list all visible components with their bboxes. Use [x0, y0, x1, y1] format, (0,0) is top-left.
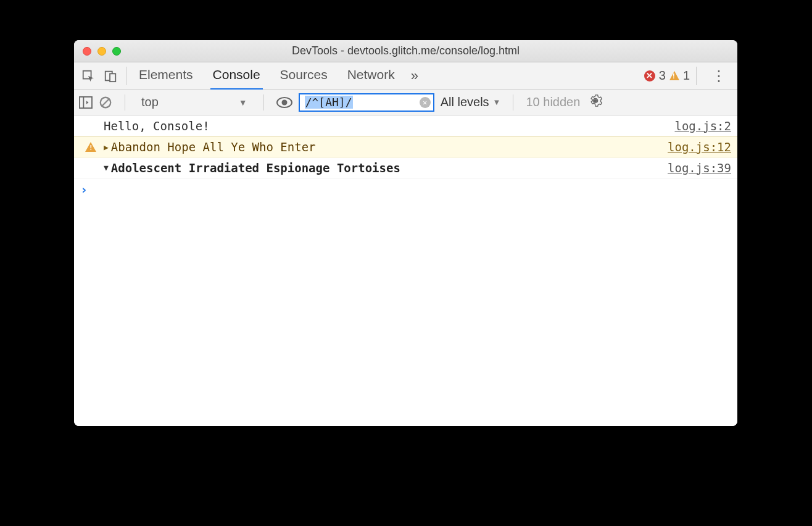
tab-network[interactable]: Network — [345, 62, 397, 90]
message-text: Hello, Console! — [104, 119, 674, 133]
devtools-window: DevTools - devtools.glitch.me/console/lo… — [74, 40, 737, 426]
chevron-down-icon: ▼ — [239, 98, 247, 107]
context-value: top — [141, 95, 159, 109]
filter-input[interactable]: /^[AH]/ ✕ — [299, 93, 434, 112]
divider — [696, 67, 697, 85]
clear-console-icon[interactable] — [99, 96, 112, 109]
source-link[interactable]: log.js:12 — [668, 140, 731, 154]
divider — [126, 67, 126, 85]
svg-rect-3 — [80, 96, 92, 107]
close-window-button[interactable] — [83, 47, 91, 56]
divider — [513, 94, 513, 111]
clear-filter-icon[interactable]: ✕ — [420, 97, 431, 108]
chevron-down-icon: ▼ — [493, 98, 501, 107]
message-text: Abandon Hope All Ye Who Enter — [111, 140, 668, 154]
more-tabs-icon[interactable]: » — [411, 68, 418, 84]
settings-kebab-icon[interactable]: ⋮ — [711, 67, 726, 85]
log-levels-select[interactable]: All levels ▼ — [441, 95, 501, 109]
prompt-caret-icon: › — [80, 182, 88, 197]
source-link[interactable]: log.js:2 — [674, 119, 731, 133]
hidden-count[interactable]: 10 hidden — [526, 95, 580, 109]
tab-console[interactable]: Console — [210, 62, 263, 90]
traffic-lights — [83, 47, 121, 56]
filter-value: /^[AH]/ — [305, 96, 353, 109]
levels-label: All levels — [441, 95, 489, 109]
tab-elements[interactable]: Elements — [136, 62, 196, 90]
collapse-icon[interactable]: ▼ — [104, 163, 109, 172]
divider — [263, 94, 264, 111]
console-prompt[interactable]: › — [74, 178, 737, 201]
message-counters[interactable]: ✕ 3 1 — [644, 69, 690, 83]
source-link[interactable]: log.js:39 — [668, 161, 731, 175]
svg-line-6 — [102, 99, 109, 106]
minimize-window-button[interactable] — [97, 47, 106, 56]
live-expression-icon[interactable] — [276, 97, 292, 108]
panel-tabs: Elements Console Sources Network — [136, 62, 397, 90]
window-titlebar: DevTools - devtools.glitch.me/console/lo… — [74, 40, 737, 62]
zoom-window-button[interactable] — [112, 47, 121, 56]
error-count: 3 — [659, 69, 666, 83]
error-icon: ✕ — [644, 70, 655, 81]
console-messages: Hello, Console! log.js:2 ▶ Abandon Hope … — [74, 115, 737, 426]
warning-icon — [85, 142, 96, 152]
expand-icon[interactable]: ▶ — [104, 143, 109, 152]
sidebar-toggle-icon[interactable] — [79, 96, 93, 109]
console-toolbar: top ▼ /^[AH]/ ✕ All levels ▼ 10 hidden — [74, 90, 737, 115]
row-gutter — [78, 142, 104, 152]
divider — [125, 94, 125, 111]
tab-sources[interactable]: Sources — [278, 62, 330, 90]
inspect-element-icon[interactable] — [81, 69, 95, 83]
window-title: DevTools - devtools.glitch.me/console/lo… — [74, 44, 737, 57]
svg-point-8 — [281, 99, 287, 105]
console-row[interactable]: ▼ Adolescent Irradiated Espionage Tortoi… — [74, 157, 737, 178]
svg-rect-2 — [110, 73, 115, 81]
panel-tabbar: Elements Console Sources Network » ✕ 3 1… — [74, 62, 737, 90]
context-select[interactable]: top ▼ — [138, 95, 251, 109]
warning-icon — [669, 71, 679, 80]
warning-count: 1 — [683, 69, 690, 83]
device-toolbar-icon[interactable] — [104, 69, 117, 83]
console-row[interactable]: Hello, Console! log.js:2 — [74, 115, 737, 136]
svg-point-9 — [594, 99, 598, 102]
gear-icon[interactable] — [589, 94, 602, 111]
message-text: Adolescent Irradiated Espionage Tortoise… — [111, 161, 668, 175]
console-row[interactable]: ▶ Abandon Hope All Ye Who Enter log.js:1… — [74, 136, 737, 157]
